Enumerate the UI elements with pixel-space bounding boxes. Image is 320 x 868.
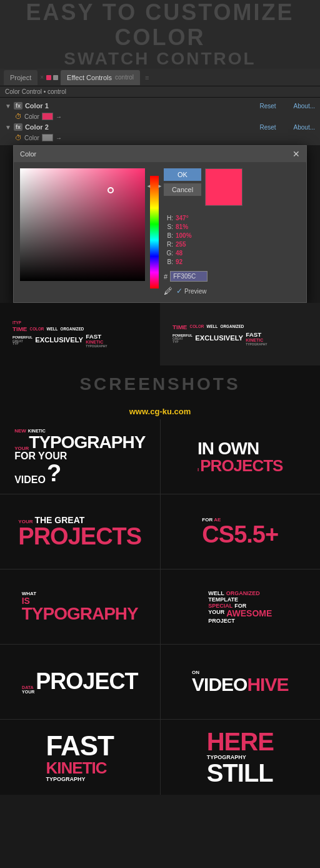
cs55-label: CS5.5+ — [202, 523, 278, 546]
cell6-content: WELL ORGANIZED TEMPLATE SPECIAL FOR YOUR… — [208, 590, 272, 624]
preview-r-powerful: POWERFUL GREAT TYP — [172, 333, 192, 343]
typography-main: TYPOGRAPHY — [29, 434, 145, 451]
b2-label: B: — [164, 258, 173, 265]
color-dialog: Color ✕ ◄ ► OK Cancel — [13, 145, 307, 303]
new-label: NEW — [14, 428, 26, 434]
preview-label: Preview — [184, 288, 207, 295]
effect-controls-label: Effect Controls — [67, 74, 112, 81]
hue-slider[interactable] — [150, 176, 159, 288]
tab-icon-gray — [53, 75, 58, 80]
cancel-button[interactable]: Cancel — [164, 183, 201, 196]
r-value: 255 — [176, 241, 186, 248]
ok-cancel-preview: OK Cancel — [164, 168, 242, 206]
hex-input[interactable] — [170, 271, 208, 282]
watermark-text: www.cg-ku.com — [129, 407, 191, 416]
effect-controls-tab[interactable]: Effect Controls control — [61, 70, 140, 85]
about-btn-1[interactable]: About... — [294, 103, 315, 110]
color2-row: ▼ fx Color 2 Reset About... — [0, 121, 320, 133]
cell7-content: DATA YOUR PROJECT — [22, 670, 138, 694]
typography3-label: TYPOGRAPHY — [46, 776, 86, 782]
screenshots-banner: SCREENSHOTS — [0, 365, 320, 403]
preview-r-exclusively: EXCLUSIVELY — [195, 334, 243, 342]
hsb-fields: H: 347° S: 81% B: 100% R: 255 — [164, 215, 242, 296]
banner-line2: SWATCH CONTROL — [0, 49, 320, 69]
color-gradient-picker[interactable] — [20, 168, 145, 281]
your2-label: YOUR — [208, 609, 224, 618]
project-tab-label: Project — [10, 74, 31, 81]
screenshot-grid: NEW KINETIC YOUR TYPOGRAPHY FOR YOUR VID… — [0, 419, 320, 795]
b2-row: B: 92 — [164, 258, 242, 265]
color-swatch-empty[interactable] — [42, 134, 53, 141]
g-row: G: 48 — [164, 250, 242, 257]
color-preview-box — [205, 168, 242, 206]
preview-time: TIME — [12, 325, 27, 332]
arrow-icon-1: → — [56, 113, 62, 120]
cell5-content: WHAT IS TYPOGRAPHY — [22, 591, 138, 623]
cell2-content: IN OWN i PROJECTS — [198, 440, 282, 474]
screenshot-row-4: DATA YOUR PROJECT ON VIDEO HIVE — [0, 645, 320, 720]
video2-label: VIDEO — [192, 675, 247, 694]
h-row: H: 347° — [164, 215, 242, 222]
about-btn-2[interactable]: About... — [294, 124, 315, 131]
ok-button[interactable]: OK — [164, 168, 201, 181]
typography2-label: TYPOGRAPHY — [22, 605, 138, 623]
cell8-content: ON VIDEO HIVE — [192, 670, 288, 694]
tab-bar: Project × Effect Controls control ≡ — [0, 69, 320, 86]
question-mark: ? — [47, 461, 61, 485]
cell-7: DATA YOUR PROJECT — [0, 645, 161, 719]
color1-name: Color 1 — [25, 102, 257, 110]
h-label: H: — [164, 215, 173, 222]
dialog-title: Color — [20, 150, 36, 158]
cell4-content: FOR AE CS5.5+ — [202, 517, 278, 546]
checkmark-icon: ✓ — [176, 287, 182, 295]
hue-arrow-left: ◄ — [146, 183, 151, 189]
screenshots-text: SCREENSHOTS — [79, 374, 240, 394]
preview-right-row2: POWERFUL GREAT TYP EXCLUSIVELY FAST KINE… — [172, 330, 268, 345]
dialog-close-button[interactable]: ✕ — [292, 149, 300, 159]
preview-powerful: POWERFUL GREAT TYP — [12, 335, 32, 345]
well-label: WELL — [208, 590, 224, 596]
g-label: G: — [164, 250, 173, 257]
fx-badge-1: fx — [14, 102, 22, 110]
cell-2: IN OWN i PROJECTS — [161, 419, 321, 494]
color2-name: Color 2 — [25, 123, 257, 131]
r-label: R: — [164, 241, 173, 248]
preview-exclusively: EXCLUSIVELY — [35, 337, 83, 345]
video-label: VIDEO — [14, 475, 46, 485]
reset-btn-1[interactable]: Reset — [259, 103, 276, 110]
fx-badge-2: fx — [14, 123, 22, 131]
project-tab[interactable]: Project — [4, 70, 38, 85]
expand-icon: ▼ — [5, 103, 11, 110]
ok-cancel-buttons: OK Cancel — [164, 168, 201, 206]
organized-label: ORGANIZED — [226, 590, 260, 596]
data-label: DATA — [22, 685, 34, 690]
color2-sub-row: ⏱ Color → — [0, 133, 320, 143]
cell3-content: YOUR THE GREAT PROJECTS — [18, 516, 141, 548]
preview-check[interactable]: ✓ Preview — [176, 287, 207, 295]
projects2-label: PROJECTS — [18, 524, 141, 548]
preview-left-content: iTyP TIME COLOR WELL ORGANIZED POWERFUL … — [12, 320, 108, 347]
color-label-1: Color — [24, 113, 39, 120]
s-label: S: — [164, 223, 173, 230]
dialog-right-panel: OK Cancel H: 347° S: 81% — [164, 168, 242, 296]
color-picker-cursor — [108, 187, 114, 193]
b2-value: 92 — [176, 258, 182, 265]
projects-label: PROJECTS — [200, 457, 282, 474]
for-label: FOR — [234, 603, 246, 609]
screenshot-row-1: NEW KINETIC YOUR TYPOGRAPHY FOR YOUR VID… — [0, 419, 320, 494]
hash-symbol: # — [164, 273, 168, 280]
eyedropper-preview-row: 🖉 ✓ Preview — [164, 286, 242, 296]
preview-right-content: TIME COLOR WELL ORGANIZED POWERFUL GREAT… — [172, 323, 268, 345]
clock-icon-2: ⏱ — [15, 134, 22, 141]
cell-6: WELL ORGANIZED TEMPLATE SPECIAL FOR YOUR… — [161, 569, 321, 644]
eyedropper-icon[interactable]: 🖉 — [164, 286, 172, 296]
color-swatch-red[interactable] — [42, 113, 53, 120]
reset-btn-2[interactable]: Reset — [259, 124, 276, 131]
dialog-overlay: Color ✕ ◄ ► OK Cancel — [0, 145, 320, 303]
screenshot-row-3: WHAT IS TYPOGRAPHY WELL ORGANIZED TEMPLA… — [0, 569, 320, 645]
hive-label: HIVE — [247, 675, 288, 694]
b-value: 100% — [176, 232, 192, 239]
preview-row2: POWERFUL GREAT TYP EXCLUSIVELY FAST KINE… — [12, 333, 108, 348]
arrow-icon-2: → — [56, 135, 62, 141]
h-value: 347° — [176, 215, 189, 222]
